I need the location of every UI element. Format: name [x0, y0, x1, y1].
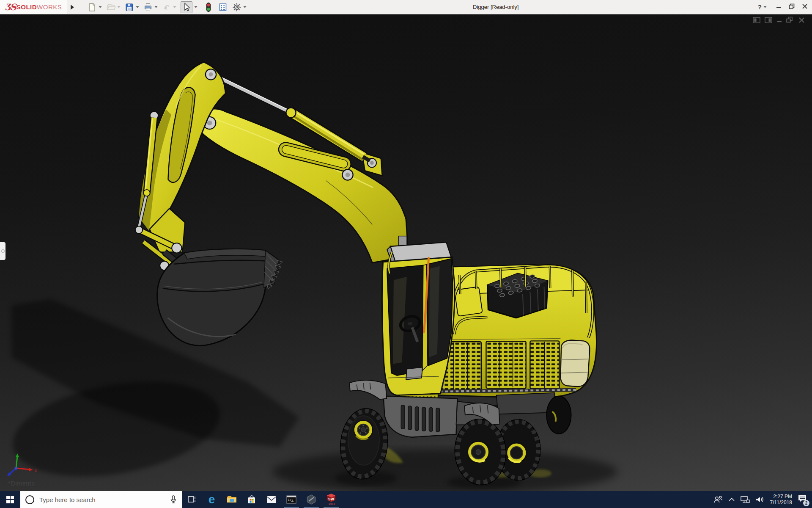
undo-button[interactable]: [161, 1, 179, 13]
hidden-icons-chevron-icon[interactable]: [728, 497, 735, 502]
boom-arm[interactable]: [199, 109, 409, 263]
command-prompt-button[interactable]: C:\: [281, 491, 301, 508]
help-dropdown-arrow[interactable]: [763, 6, 767, 8]
svg-text:C:\: C:\: [288, 498, 293, 502]
doc-close-icon[interactable]: [799, 18, 804, 22]
window-controls: ?: [758, 0, 808, 14]
system-tray: 2:27 PM 7/11/2018 2: [713, 491, 812, 508]
new-document-button[interactable]: [87, 1, 105, 13]
edge-button[interactable]: e: [202, 491, 222, 508]
hex-app-button[interactable]: [301, 491, 321, 508]
undo-icon: [162, 3, 171, 12]
triad-y-arrow: [16, 453, 19, 457]
front-fender: [349, 380, 387, 399]
rear-window: [560, 340, 590, 387]
feature-tree-flyout-tab[interactable]: [0, 242, 5, 260]
menu-flyout-arrow-icon[interactable]: [71, 5, 74, 10]
solidworks-logo: ƷS SOLIDWORKS: [0, 0, 67, 14]
graphics-viewport[interactable]: x *Dimetric: [0, 14, 812, 491]
options-button[interactable]: [231, 1, 250, 13]
help-button[interactable]: ?: [758, 3, 769, 11]
action-center-button[interactable]: 2: [798, 494, 807, 505]
store-icon: [247, 495, 256, 504]
logo-works-text: WORKS: [37, 3, 62, 11]
mail-button[interactable]: [261, 491, 281, 508]
open-dropdown-arrow[interactable]: [117, 6, 121, 8]
rebuild-button[interactable]: [203, 1, 214, 13]
open-button[interactable]: [105, 1, 123, 13]
command-prompt-icon: C:\: [286, 495, 296, 504]
task-view-icon: [188, 495, 196, 504]
network-icon[interactable]: [741, 496, 750, 503]
search-placeholder: Type here to search: [39, 496, 165, 503]
restore-icon: [789, 3, 795, 9]
quick-access-toolbar: [87, 1, 250, 13]
search-input[interactable]: Type here to search: [20, 491, 182, 508]
select-cursor-icon: [181, 2, 192, 12]
print-button[interactable]: [143, 1, 161, 13]
save-dropdown-arrow[interactable]: [136, 6, 139, 8]
hex-app-icon: [306, 494, 316, 505]
tray-date: 7/11/2018: [770, 500, 793, 505]
print-icon: [143, 3, 153, 12]
close-icon: [802, 3, 808, 9]
task-view-button[interactable]: [182, 491, 202, 508]
people-icon[interactable]: [713, 496, 723, 503]
model-view[interactable]: [0, 14, 812, 491]
solidworks-2017-button[interactable]: SW 2017: [321, 491, 341, 508]
new-dropdown-arrow[interactable]: [99, 6, 102, 8]
file-explorer-button[interactable]: [222, 491, 241, 508]
start-button[interactable]: [0, 491, 20, 508]
triad-x-label: x: [34, 468, 37, 473]
save-icon: [125, 3, 134, 12]
window-title: Digger [Read-only]: [473, 0, 518, 14]
bucket[interactable]: [157, 249, 283, 345]
clock[interactable]: 2:27 PM 7/11/2018: [770, 494, 793, 506]
triad-x-arrow: [29, 468, 33, 471]
feature-pane-right-icon[interactable]: [765, 17, 772, 23]
edge-icon: e: [208, 494, 215, 505]
taskbar-apps: e C:: [182, 491, 341, 508]
windows-logo-icon: [6, 496, 14, 503]
rear-far-wheel: [546, 396, 571, 434]
close-button[interactable]: [802, 3, 808, 11]
doc-restore-icon[interactable]: [787, 17, 792, 22]
taskbar: Type here to search e: [0, 491, 812, 508]
cortana-icon: [25, 495, 34, 504]
traffic-light-icon: [204, 2, 213, 12]
select-tool-button[interactable]: [180, 1, 200, 13]
view-orientation-label: *Dimetric: [8, 480, 35, 487]
save-button[interactable]: [124, 1, 142, 13]
minimize-button[interactable]: [776, 3, 782, 11]
svg-text:2017: 2017: [329, 502, 335, 505]
select-dropdown-arrow[interactable]: [194, 6, 198, 8]
store-button[interactable]: [241, 491, 261, 508]
cab[interactable]: [382, 236, 454, 395]
file-properties-button[interactable]: [217, 1, 228, 13]
mail-icon: [266, 496, 277, 503]
volume-icon[interactable]: [755, 496, 765, 503]
notification-badge: 2: [803, 500, 809, 506]
print-dropdown-arrow[interactable]: [154, 6, 158, 8]
flyout-dot-icon: [1, 249, 5, 253]
undo-dropdown-arrow[interactable]: [173, 6, 176, 8]
help-icon: ?: [758, 3, 762, 11]
solidworks-2017-icon: SW 2017: [326, 493, 337, 506]
gear-icon: [232, 3, 241, 12]
microphone-icon[interactable]: [170, 495, 177, 504]
logo-solid-text: SOLID: [16, 3, 37, 11]
open-icon: [106, 3, 115, 12]
document-window-controls: [753, 16, 809, 26]
svg-text:SW: SW: [328, 497, 335, 501]
options-dropdown-arrow[interactable]: [243, 6, 247, 8]
file-properties-icon: [218, 3, 228, 12]
feature-pane-left-icon[interactable]: [753, 17, 760, 23]
restore-button[interactable]: [789, 3, 795, 11]
solidworks-glyph-icon: ƷS: [5, 2, 16, 12]
file-explorer-icon: [227, 495, 237, 504]
new-document-icon: [88, 3, 97, 12]
titlebar: ƷS SOLIDWORKS: [0, 0, 812, 14]
tray-time: 2:27 PM: [770, 494, 793, 500]
minimize-icon: [776, 4, 782, 9]
